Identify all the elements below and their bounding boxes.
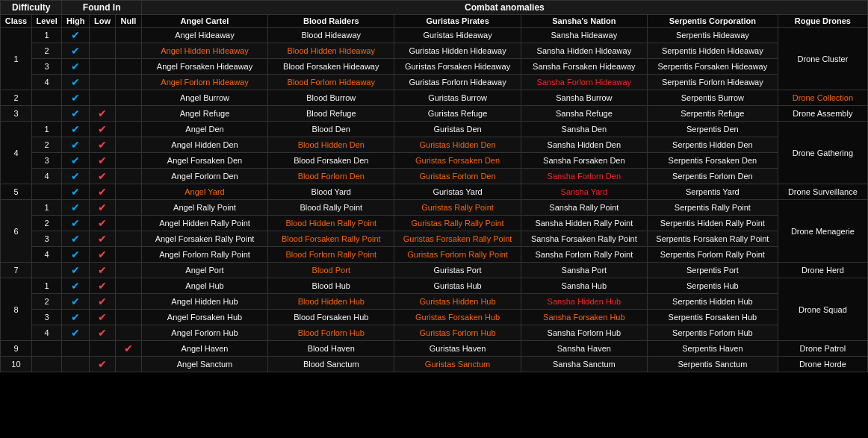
low-cell: ✔ xyxy=(89,231,115,247)
sansha-cell: Sansha Forlorn Hub xyxy=(521,325,647,341)
low-check-icon: ✔ xyxy=(98,154,107,166)
guristas-cell: Guristas Forsaken Rally Point xyxy=(394,231,521,247)
high-cell: ✔ xyxy=(62,122,90,137)
angel-col-header: Angel Cartel xyxy=(141,15,267,28)
angel-cell: Angel Hidden Rally Point xyxy=(141,216,267,231)
rogue-cell: Drone Horde xyxy=(778,357,867,372)
high-check-icon: ✔ xyxy=(71,170,80,182)
sansha-cell: Sansha Forlorn Rally Point xyxy=(521,247,647,263)
level-cell: 3 xyxy=(31,310,62,325)
null-cell xyxy=(115,278,141,294)
angel-cell: Angel Forlorn Hub xyxy=(141,325,267,341)
combat-header: Combat anomalies xyxy=(141,1,867,15)
class-cell: 6 xyxy=(1,200,32,263)
guristas-cell: Guristas Haven xyxy=(394,341,521,357)
guristas-cell: Guristas Hideaway xyxy=(394,28,521,43)
guristas-cell: Guristas Sanctum xyxy=(394,357,521,372)
sansha-cell: Sansha Haven xyxy=(521,341,647,357)
table-row: 11✔Angel HideawayBlood HideawayGuristas … xyxy=(1,28,868,43)
serpentis-cell: Serpentis Forsaken Hub xyxy=(647,310,778,325)
class-cell: 10 xyxy=(1,357,32,372)
low-check-icon: ✔ xyxy=(98,327,107,339)
serpentis-cell: Serpentis Forlorn Hideaway xyxy=(647,75,778,90)
high-cell: ✔ xyxy=(62,216,90,231)
null-cell xyxy=(115,184,141,200)
blood-cell: Blood Port xyxy=(268,263,394,278)
blood-cell: Blood Rally Point xyxy=(268,200,394,216)
angel-cell: Angel Forlorn Den xyxy=(141,169,267,184)
serpentis-cell: Serpentis Hidden Hideaway xyxy=(647,43,778,59)
low-check-icon: ✔ xyxy=(98,107,107,119)
null-col-header: Null xyxy=(115,15,141,28)
serpentis-cell: Serpentis Den xyxy=(647,122,778,137)
serpentis-cell: Serpentis Forsaken Hideaway xyxy=(647,59,778,75)
rogue-cell: Drone Menagerie xyxy=(778,200,867,263)
guristas-cell: Guristas Hidden Hub xyxy=(394,294,521,310)
null-cell xyxy=(115,43,141,59)
level-cell: 4 xyxy=(31,247,62,263)
low-cell: ✔ xyxy=(89,247,115,263)
blood-cell: Blood Refuge xyxy=(268,106,394,122)
serpentis-cell: Serpentis Yard xyxy=(647,184,778,200)
blood-cell: Blood Hub xyxy=(268,278,394,294)
sansha-cell: Sansha Forsaken Hideaway xyxy=(521,59,647,75)
low-cell xyxy=(89,75,115,90)
rogue-cell: Drone Assembly xyxy=(778,106,867,122)
serpentis-cell: Serpentis Forlorn Rally Point xyxy=(647,247,778,263)
rogue-cell: Drone Gathering xyxy=(778,122,867,184)
blood-cell: Blood Den xyxy=(268,122,394,137)
high-check-icon: ✔ xyxy=(71,45,80,57)
guristas-cell: Guristas Yard xyxy=(394,184,521,200)
low-cell: ✔ xyxy=(89,200,115,216)
level-cell: 1 xyxy=(31,122,62,137)
blood-cell: Blood Forlorn Den xyxy=(268,169,394,184)
guristas-cell: Guristas Forlorn Rally Point xyxy=(394,247,521,263)
null-cell xyxy=(115,216,141,231)
rogue-cell: Drone Patrol xyxy=(778,341,867,357)
level-cell xyxy=(31,184,62,200)
null-cell xyxy=(115,200,141,216)
high-cell: ✔ xyxy=(62,231,90,247)
sansha-cell: Sansha Forsaken Hub xyxy=(521,310,647,325)
level-cell: 2 xyxy=(31,294,62,310)
high-cell: ✔ xyxy=(62,184,90,200)
angel-cell: Angel Hub xyxy=(141,278,267,294)
low-check-icon: ✔ xyxy=(98,248,107,260)
high-cell: ✔ xyxy=(62,153,90,169)
blood-cell: Blood Hideaway xyxy=(268,28,394,43)
table-row: 3✔✔Angel Forsaken Rally PointBlood Forsa… xyxy=(1,231,868,247)
low-cell: ✔ xyxy=(89,325,115,341)
table-row: 9✔Angel HavenBlood HavenGuristas HavenSa… xyxy=(1,341,868,357)
blood-cell: Blood Forsaken Rally Point xyxy=(268,231,394,247)
serpentis-cell: Serpentis Forsaken Rally Point xyxy=(647,231,778,247)
sansha-col-header: Sansha's Nation xyxy=(521,15,647,28)
level-cell xyxy=(31,106,62,122)
guristas-cell: Guristas Forlorn Hub xyxy=(394,325,521,341)
sansha-cell: Sansha Hub xyxy=(521,278,647,294)
high-check-icon: ✔ xyxy=(71,201,80,213)
low-cell: ✔ xyxy=(89,169,115,184)
class-cell: 9 xyxy=(1,341,32,357)
guristas-cell: Guristas Den xyxy=(394,122,521,137)
level-cell: 2 xyxy=(31,43,62,59)
angel-cell: Angel Forsaken Rally Point xyxy=(141,231,267,247)
blood-cell: Blood Haven xyxy=(268,341,394,357)
low-cell: ✔ xyxy=(89,153,115,169)
high-check-icon: ✔ xyxy=(71,264,80,276)
table-row: 2✔✔Angel Hidden HubBlood Hidden HubGuris… xyxy=(1,294,868,310)
class-col-header: Class xyxy=(1,15,32,28)
table-row: 3✔✔Angel Forsaken HubBlood Forsaken HubG… xyxy=(1,310,868,325)
rogue-cell: Drone Squad xyxy=(778,278,867,341)
null-cell xyxy=(115,294,141,310)
angel-cell: Angel Hideaway xyxy=(141,28,267,43)
sansha-cell: Sansha Hidden Hub xyxy=(521,294,647,310)
table-row: 10✔Angel SanctumBlood SanctumGuristas Sa… xyxy=(1,357,868,372)
angel-cell: Angel Forlorn Hideaway xyxy=(141,75,267,90)
low-cell: ✔ xyxy=(89,263,115,278)
low-cell: ✔ xyxy=(89,310,115,325)
high-check-icon: ✔ xyxy=(71,107,80,119)
angel-cell: Angel Hidden Hub xyxy=(141,294,267,310)
high-col-header: High xyxy=(62,15,90,28)
guristas-cell: Guristas Rally Rally Point xyxy=(394,216,521,231)
sansha-cell: Sansha Refuge xyxy=(521,106,647,122)
